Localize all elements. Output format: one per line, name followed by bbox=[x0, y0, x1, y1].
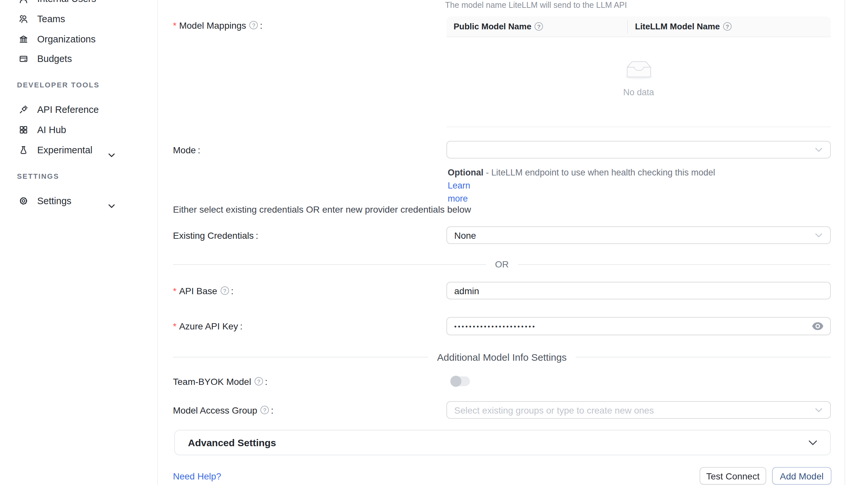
sidebar-item-label: AI Hub bbox=[37, 125, 66, 135]
or-divider: OR bbox=[173, 259, 831, 269]
empty-inbox-icon bbox=[624, 59, 654, 79]
eye-icon[interactable] bbox=[812, 322, 824, 330]
column-header-litellm-model-name: LiteLLM Model Name ? bbox=[628, 22, 732, 31]
api-plug-icon bbox=[19, 105, 28, 114]
sidebar-item-label: Internal Users bbox=[37, 0, 96, 4]
sidebar: Internal Users Teams Organizations Budge… bbox=[0, 0, 158, 485]
sidebar-item-api-reference[interactable]: API Reference bbox=[0, 100, 158, 119]
team-byok-toggle[interactable] bbox=[451, 377, 470, 386]
api-base-input[interactable] bbox=[447, 285, 830, 296]
help-question-icon[interactable]: ? bbox=[221, 286, 229, 295]
learn-more-link[interactable]: Learnmore bbox=[448, 181, 470, 203]
sidebar-item-label: Teams bbox=[37, 14, 65, 24]
azure-api-key-label: * Azure API Key : bbox=[173, 317, 243, 335]
page: Internal Users Teams Organizations Budge… bbox=[0, 0, 868, 485]
mode-label: Mode : bbox=[173, 141, 200, 159]
toggle-knob bbox=[450, 376, 461, 387]
team-byok-label: Team-BYOK Model ? : bbox=[173, 373, 267, 390]
mode-helper-text: Optional - LiteLLM endpoint to use when … bbox=[448, 166, 730, 205]
chevron-down-icon bbox=[809, 440, 817, 445]
sidebar-section-developer-tools: DEVELOPER TOOLS bbox=[17, 81, 99, 89]
help-question-icon[interactable]: ? bbox=[260, 406, 269, 414]
model-access-group-select[interactable]: Select existing groups or type to create… bbox=[446, 401, 831, 419]
sidebar-item-ai-hub[interactable]: AI Hub bbox=[0, 120, 158, 139]
help-question-icon[interactable]: ? bbox=[254, 377, 263, 386]
api-base-field bbox=[446, 282, 831, 299]
api-base-label: * API Base ? : bbox=[173, 282, 233, 299]
help-question-icon[interactable]: ? bbox=[249, 21, 258, 29]
required-asterisk: * bbox=[173, 321, 177, 331]
column-header-public-model-name: Public Model Name ? bbox=[446, 22, 627, 31]
help-question-icon[interactable]: ? bbox=[723, 22, 732, 31]
mode-select[interactable] bbox=[446, 141, 831, 159]
sidebar-section-settings: SETTINGS bbox=[17, 172, 59, 180]
model-access-group-label: Model Access Group ? : bbox=[173, 401, 274, 419]
model-name-description: The model name LiteLLM will send to the … bbox=[445, 1, 627, 10]
advanced-settings-title: Advanced Settings bbox=[188, 437, 809, 448]
chevron-down-icon bbox=[108, 199, 115, 211]
existing-credentials-select[interactable]: None bbox=[446, 226, 831, 244]
no-data-text: No data bbox=[446, 88, 831, 97]
model-mappings-table-header: Public Model Name ? LiteLLM Model Name ? bbox=[446, 16, 831, 37]
sidebar-item-budgets[interactable]: Budgets bbox=[0, 49, 158, 68]
sidebar-item-teams[interactable]: Teams bbox=[0, 9, 158, 29]
sidebar-item-organizations[interactable]: Organizations bbox=[0, 29, 158, 49]
azure-api-key-field bbox=[446, 317, 831, 335]
need-help-link[interactable]: Need Help? bbox=[173, 471, 221, 481]
sidebar-item-internal-users[interactable]: Internal Users bbox=[0, 0, 158, 8]
sidebar-item-settings[interactable]: Settings bbox=[0, 191, 158, 211]
sidebar-item-label: Settings bbox=[37, 196, 71, 206]
chevron-down-icon bbox=[108, 148, 115, 160]
credit-card-icon bbox=[19, 54, 28, 63]
sidebar-item-label: Budgets bbox=[37, 54, 72, 64]
gear-icon bbox=[19, 196, 28, 205]
sidebar-item-label: Organizations bbox=[37, 34, 96, 44]
chevron-down-icon bbox=[815, 408, 822, 412]
bank-icon bbox=[19, 35, 28, 44]
required-asterisk: * bbox=[173, 20, 177, 30]
team-icon bbox=[19, 14, 28, 24]
model-mappings-label: * Model Mappings ? : bbox=[173, 16, 262, 34]
experiment-flask-icon bbox=[19, 146, 28, 155]
appstore-icon bbox=[19, 125, 28, 134]
user-icon bbox=[19, 0, 28, 3]
azure-api-key-input[interactable] bbox=[447, 323, 830, 330]
help-question-icon[interactable]: ? bbox=[534, 22, 543, 31]
existing-credentials-label: Existing Credentials : bbox=[173, 226, 258, 244]
credentials-note: Either select existing credentials OR en… bbox=[173, 204, 471, 215]
additional-info-divider: Additional Model Info Settings bbox=[173, 351, 831, 363]
or-divider-text: OR bbox=[486, 259, 518, 269]
add-model-button[interactable]: Add Model bbox=[772, 467, 832, 485]
additional-info-divider-text: Additional Model Info Settings bbox=[428, 351, 576, 362]
chevron-down-icon bbox=[815, 148, 822, 152]
advanced-settings-panel[interactable]: Advanced Settings bbox=[174, 430, 831, 455]
sidebar-item-experimental[interactable]: Experimental bbox=[0, 140, 158, 160]
test-connect-button[interactable]: Test Connect bbox=[700, 467, 766, 485]
model-access-group-placeholder: Select existing groups or type to create… bbox=[447, 405, 654, 415]
table-bottom-border bbox=[446, 127, 831, 127]
required-asterisk: * bbox=[173, 285, 177, 296]
chevron-down-icon bbox=[815, 233, 822, 237]
content-right-edge bbox=[844, 0, 845, 485]
table-empty-state: No data bbox=[446, 59, 831, 97]
sidebar-item-label: Experimental bbox=[37, 145, 92, 155]
sidebar-item-label: API Reference bbox=[37, 104, 99, 115]
